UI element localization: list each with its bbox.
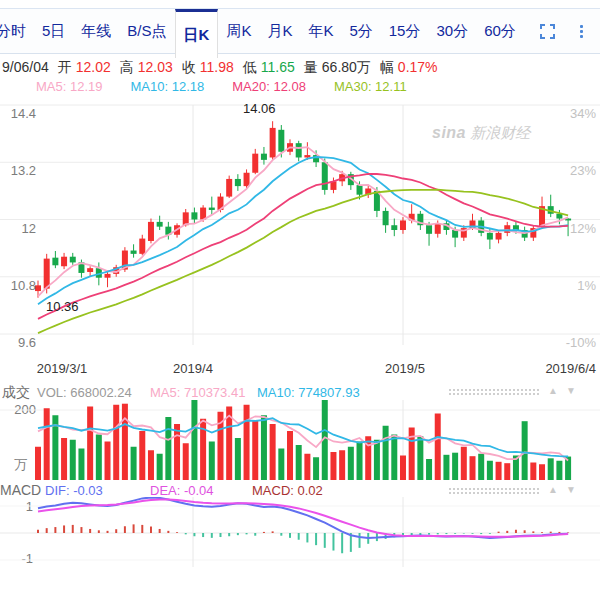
ma-legend-item: MA5: 12.19: [36, 79, 103, 94]
volume-bars: [35, 400, 571, 480]
field-value: 66.80万: [322, 59, 371, 77]
price-axis-tick: 14.4: [0, 106, 36, 121]
ohlc-field: 开12.02: [58, 59, 111, 77]
field-label: 开: [58, 59, 72, 77]
percent-axis-tick: 1%: [548, 278, 596, 293]
tab-bs-points[interactable]: B/S点: [119, 9, 174, 53]
high-price-annotation: 14.06: [243, 101, 276, 116]
tab-5min[interactable]: 5分: [341, 9, 380, 53]
panel-up-arrow[interactable]: ▲: [548, 485, 558, 495]
ohlc-field: 低11.65: [243, 59, 295, 77]
macd-dea-label: DEA: -0.04: [150, 483, 214, 498]
x-axis-label: 2019/6/4: [520, 361, 596, 376]
ohlc-info-bar: 9/06/04 开12.02高12.03收11.98低11.65量66.80万幅…: [2, 59, 438, 77]
price-axis-tick: 9.6: [0, 335, 36, 350]
tab-yearly-k[interactable]: 年K: [300, 9, 341, 53]
ma-legend-item: MA10: 12.18: [131, 79, 205, 94]
ohlc-field: 高12.03: [120, 59, 173, 77]
x-axis-label: 2019/4: [158, 361, 228, 376]
field-label: 高: [120, 59, 134, 77]
tab-30min[interactable]: 30分: [428, 9, 476, 53]
tab-daily-k[interactable]: 日K: [175, 9, 219, 58]
panel-drag-dots: [448, 388, 540, 395]
field-value: 12.03: [138, 59, 173, 77]
tab-minute[interactable]: 分时: [0, 9, 34, 53]
volume-ma10-label: MA10: 774807.93: [257, 385, 360, 400]
ma-legend-bar: MA5: 12.19MA10: 12.18MA20: 12.08MA30: 12…: [36, 79, 407, 94]
field-value: 0.17%: [398, 59, 438, 77]
field-value: 11.65: [261, 59, 295, 77]
tab-bar-icons: [538, 9, 600, 53]
macd-value-label: MACD: 0.02: [252, 483, 323, 498]
ma-legend-item: MA30: 12.11: [334, 79, 407, 94]
field-label: 收: [182, 59, 196, 77]
tab-15min[interactable]: 15分: [381, 9, 429, 53]
sina-watermark: sina 新浪财经: [432, 124, 530, 143]
volume-panel-controls: ▲ ▼: [448, 386, 576, 396]
sina-logo: sina: [432, 124, 466, 141]
ma5-line: [38, 147, 568, 296]
macd-chart[interactable]: [0, 497, 600, 575]
percent-axis-tick: 34%: [548, 106, 596, 121]
ohlc-field: 幅0.17%: [380, 59, 438, 77]
price-axis-tick: 10.8: [0, 278, 36, 293]
field-label: 低: [243, 59, 257, 77]
tab-5day[interactable]: 5日: [34, 9, 73, 53]
x-axis-label: 2019/3/1: [27, 361, 97, 376]
volume-value-label: VOL: 668002.24: [37, 385, 132, 400]
x-axis-label: 2019/5: [370, 361, 440, 376]
field-label: 幅: [380, 59, 394, 77]
ma-legend-item: MA20: 12.08: [232, 79, 306, 94]
price-axis-tick: 12: [0, 221, 36, 236]
tab-bar: 分时5日年线B/S点日K周K月K年K5分15分30分60分: [0, 8, 600, 54]
tab-list: 分时5日年线B/S点日K周K月K年K5分15分30分60分: [0, 9, 538, 53]
price-axis-tick: 13.2: [0, 163, 36, 178]
macd-dif-label: DIF: -0.03: [45, 483, 103, 498]
trade-date: 9/06/04: [2, 59, 49, 77]
tab-60min[interactable]: 60分: [476, 9, 524, 53]
ma30-line: [38, 190, 568, 333]
tab-year-line[interactable]: 年线: [73, 9, 119, 53]
low-price-annotation: 10.36: [46, 299, 79, 314]
volume-chart[interactable]: [0, 400, 600, 480]
dea-line: [38, 500, 568, 537]
macd-panel-title: MACD: [0, 482, 41, 498]
percent-axis-tick: 23%: [548, 163, 596, 178]
ohlc-field: 量66.80万: [304, 59, 371, 77]
stock-chart-app: 分时5日年线B/S点日K周K月K年K5分15分30分60分 9/06/04 开1…: [0, 0, 600, 600]
macd-panel-controls: ▲ ▼: [448, 485, 576, 495]
percent-axis-tick: -10%: [548, 335, 596, 350]
field-value: 11.98: [200, 59, 234, 77]
percent-axis-tick: 12%: [548, 221, 596, 236]
more-options-icon[interactable]: [572, 22, 590, 40]
fullscreen-icon[interactable]: [538, 22, 556, 40]
tab-weekly-k[interactable]: 周K: [218, 9, 259, 53]
panel-drag-dots: [448, 487, 540, 494]
panel-up-arrow[interactable]: ▲: [548, 386, 558, 396]
panel-down-arrow[interactable]: ▼: [566, 386, 576, 396]
volume-ma5-label: MA5: 710373.41: [150, 385, 245, 400]
field-value: 12.02: [76, 59, 111, 77]
tab-monthly-k[interactable]: 月K: [259, 9, 300, 53]
panel-down-arrow[interactable]: ▼: [566, 485, 576, 495]
field-label: 量: [304, 59, 318, 77]
ohlc-field: 收11.98: [182, 59, 234, 77]
